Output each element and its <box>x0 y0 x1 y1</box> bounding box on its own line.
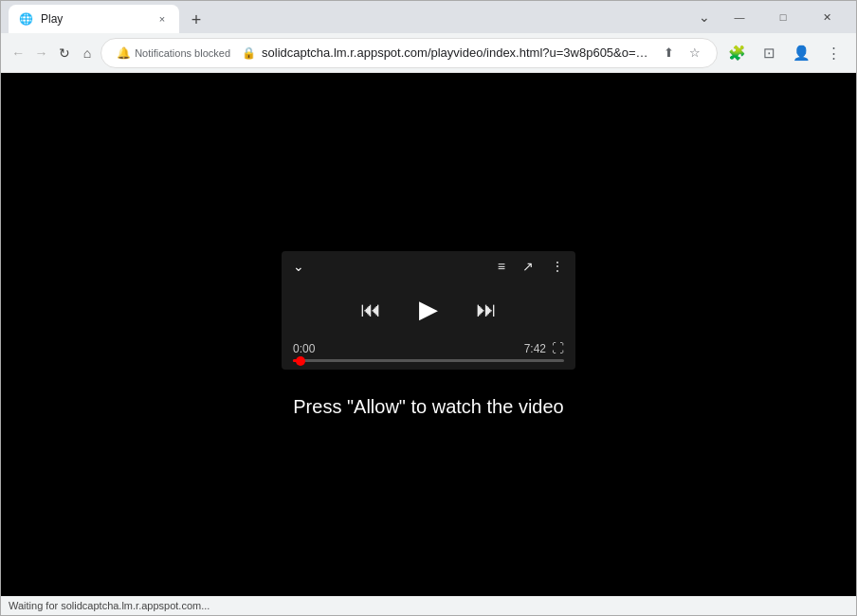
url-display: solidcaptcha.lm.r.appspot.com/playvideo/… <box>262 45 650 60</box>
video-time-row: 0:00 7:42 ⛶ <box>293 341 564 355</box>
reload-button[interactable]: ↻ <box>55 38 74 68</box>
minimize-button[interactable]: — <box>718 1 761 33</box>
omnibox[interactable]: 🔔 Notifications blocked 🔒 solidcaptcha.l… <box>100 38 718 68</box>
menu-button[interactable]: ⋮ <box>818 38 848 68</box>
status-text: Waiting for solidcaptcha.lm.r.appspot.co… <box>9 600 210 611</box>
security-indicator[interactable]: 🔔 Notifications blocked <box>111 45 236 62</box>
maximize-button[interactable]: □ <box>761 1 805 33</box>
active-tab[interactable]: 🌐 Play × <box>9 5 179 33</box>
current-time: 0:00 <box>293 342 315 355</box>
titlebar: 🌐 Play × + ⌄ — □ ✕ <box>1 1 856 33</box>
extensions-button[interactable]: 🧩 <box>721 38 752 68</box>
toolbar: ← → ↻ ⌂ 🔔 Notifications blocked 🔒 solidc… <box>1 33 856 73</box>
video-queue-icon[interactable]: ≡ <box>498 259 505 274</box>
tab-area: 🌐 Play × + <box>9 1 687 33</box>
tab-chevron-area: ⌄ <box>691 4 718 30</box>
sidebar-button[interactable]: ⊡ <box>754 38 784 68</box>
lock-icon: 🔒 <box>242 46 256 60</box>
video-collapse-button[interactable]: ⌄ <box>293 259 304 274</box>
forward-button[interactable]: → <box>31 38 50 68</box>
progress-bar[interactable] <box>293 359 564 362</box>
video-share-icon[interactable]: ↗ <box>522 259 534 274</box>
video-more-icon[interactable]: ⋮ <box>551 259 564 274</box>
new-tab-button[interactable]: + <box>183 7 210 33</box>
fullscreen-button[interactable]: ⛶ <box>552 341 564 355</box>
prev-button[interactable]: ⏮ <box>360 298 381 322</box>
window-controls: — □ ✕ <box>718 1 848 33</box>
bell-icon: 🔔 <box>117 46 131 60</box>
total-time: 7:42 <box>524 342 546 355</box>
toolbar-right: 🧩 ⊡ 👤 ⋮ <box>721 38 848 68</box>
tab-favicon: 🌐 <box>18 11 33 27</box>
next-button[interactable]: ⏭ <box>476 298 497 322</box>
prompt-text: Press "Allow" to watch the video <box>293 396 563 418</box>
progress-thumb[interactable] <box>296 356 305 366</box>
close-button[interactable]: ✕ <box>805 1 848 33</box>
video-player: ⌄ ≡ ↗ ⋮ ⏮ ▶ ⏭ 0:00 7:42 ⛶ <box>282 251 575 370</box>
omnibox-icons: ⬆ ☆ <box>656 41 707 65</box>
notifications-blocked-label: Notifications blocked <box>135 47 230 59</box>
tab-title: Play <box>41 12 147 26</box>
browser-window: 🌐 Play × + ⌄ — □ ✕ ← → ↻ ⌂ 🔔 Notificatio… <box>0 0 857 616</box>
tab-close-button[interactable]: × <box>155 11 170 27</box>
play-button[interactable]: ▶ <box>419 295 438 324</box>
page-content: ⌄ ≡ ↗ ⋮ ⏮ ▶ ⏭ 0:00 7:42 ⛶ <box>1 73 856 596</box>
video-bottom: 0:00 7:42 ⛶ <box>282 337 575 370</box>
back-button[interactable]: ← <box>9 38 27 68</box>
bookmark-button[interactable]: ☆ <box>683 41 707 65</box>
profile-button[interactable]: 👤 <box>786 38 816 68</box>
video-top-bar: ⌄ ≡ ↗ ⋮ <box>282 251 575 281</box>
video-controls: ⏮ ▶ ⏭ <box>282 281 575 337</box>
home-button[interactable]: ⌂ <box>78 38 97 68</box>
statusbar: Waiting for solidcaptcha.lm.r.appspot.co… <box>1 596 856 615</box>
tab-chevron-button[interactable]: ⌄ <box>691 4 718 30</box>
share-button[interactable]: ⬆ <box>656 41 681 65</box>
